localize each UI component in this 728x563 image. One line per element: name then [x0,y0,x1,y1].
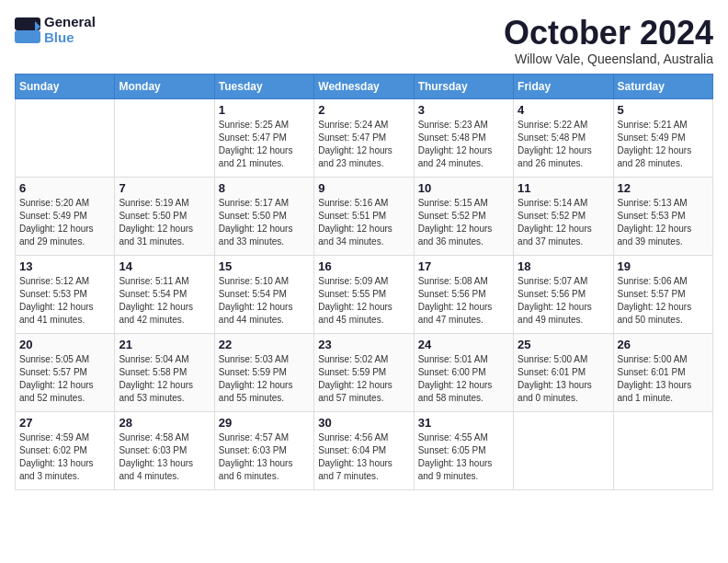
day-number: 18 [518,259,609,273]
calendar-header-tuesday: Tuesday [214,74,313,98]
day-info: Sunrise: 5:12 AMSunset: 5:53 PMDaylight:… [19,275,110,327]
logo: General Blue [15,15,96,45]
day-number: 4 [518,103,609,117]
day-number: 12 [618,181,709,195]
day-number: 13 [19,259,110,273]
calendar-week-row: 1Sunrise: 5:25 AMSunset: 5:47 PMDaylight… [16,98,713,177]
calendar-cell: 10Sunrise: 5:15 AMSunset: 5:52 PMDayligh… [414,177,513,255]
day-info: Sunrise: 5:15 AMSunset: 5:52 PMDaylight:… [418,197,509,248]
day-info: Sunrise: 5:25 AMSunset: 5:47 PMDaylight:… [219,119,310,170]
day-number: 22 [219,338,310,351]
calendar-header-row: SundayMondayTuesdayWednesdayThursdayFrid… [16,74,713,98]
day-number: 29 [219,416,310,430]
calendar-cell: 4Sunrise: 5:22 AMSunset: 5:48 PMDaylight… [514,98,613,177]
day-number: 5 [618,103,709,117]
day-number: 31 [418,416,509,430]
calendar-header-wednesday: Wednesday [314,74,414,98]
calendar-header-monday: Monday [115,74,214,98]
day-info: Sunrise: 4:59 AMSunset: 6:02 PMDaylight:… [19,431,110,483]
calendar-cell: 13Sunrise: 5:12 AMSunset: 5:53 PMDayligh… [16,255,115,333]
calendar-header-saturday: Saturday [613,74,712,98]
day-info: Sunrise: 5:14 AMSunset: 5:52 PMDaylight:… [518,197,609,248]
calendar-cell: 19Sunrise: 5:06 AMSunset: 5:57 PMDayligh… [613,255,712,333]
calendar-cell: 30Sunrise: 4:56 AMSunset: 6:04 PMDayligh… [314,411,414,489]
day-info: Sunrise: 5:01 AMSunset: 6:00 PMDaylight:… [418,353,509,405]
calendar-cell: 8Sunrise: 5:17 AMSunset: 5:50 PMDaylight… [214,177,313,255]
day-number: 14 [119,259,210,273]
day-number: 2 [318,103,409,117]
calendar-cell: 22Sunrise: 5:03 AMSunset: 5:59 PMDayligh… [214,333,313,411]
calendar-cell: 14Sunrise: 5:11 AMSunset: 5:54 PMDayligh… [115,255,214,333]
logo-icon [15,17,40,43]
day-info: Sunrise: 5:02 AMSunset: 5:59 PMDaylight:… [318,353,409,405]
day-number: 23 [318,338,409,351]
day-number: 28 [119,416,210,430]
calendar-cell: 16Sunrise: 5:09 AMSunset: 5:55 PMDayligh… [314,255,414,333]
calendar-cell: 9Sunrise: 5:16 AMSunset: 5:51 PMDaylight… [314,177,414,255]
calendar-cell: 29Sunrise: 4:57 AMSunset: 6:03 PMDayligh… [214,411,313,489]
calendar-week-row: 6Sunrise: 5:20 AMSunset: 5:49 PMDaylight… [16,177,713,255]
day-number: 15 [219,259,310,273]
calendar-cell: 1Sunrise: 5:25 AMSunset: 5:47 PMDaylight… [214,98,313,177]
day-info: Sunrise: 5:04 AMSunset: 5:58 PMDaylight:… [119,353,210,405]
day-number: 30 [318,416,409,430]
page-header: General Blue October 2024 Willow Vale, Q… [15,15,713,66]
day-info: Sunrise: 5:19 AMSunset: 5:50 PMDaylight:… [119,197,210,248]
day-info: Sunrise: 5:21 AMSunset: 5:49 PMDaylight:… [618,119,709,170]
day-number: 17 [418,259,509,273]
day-number: 16 [318,259,409,273]
calendar-week-row: 20Sunrise: 5:05 AMSunset: 5:57 PMDayligh… [16,333,713,411]
day-info: Sunrise: 5:09 AMSunset: 5:55 PMDaylight:… [318,275,409,327]
calendar-header-thursday: Thursday [414,74,513,98]
calendar-header-friday: Friday [514,74,613,98]
calendar-cell: 12Sunrise: 5:13 AMSunset: 5:53 PMDayligh… [613,177,712,255]
day-number: 24 [418,338,509,351]
calendar-cell [16,98,115,177]
day-info: Sunrise: 4:58 AMSunset: 6:03 PMDaylight:… [119,431,210,483]
day-number: 1 [219,103,310,117]
calendar-header-sunday: Sunday [16,74,115,98]
day-number: 10 [418,181,509,195]
calendar-cell: 31Sunrise: 4:55 AMSunset: 6:05 PMDayligh… [414,411,513,489]
day-info: Sunrise: 5:23 AMSunset: 5:48 PMDaylight:… [418,119,509,170]
day-info: Sunrise: 4:57 AMSunset: 6:03 PMDaylight:… [219,431,310,483]
calendar-cell: 27Sunrise: 4:59 AMSunset: 6:02 PMDayligh… [16,411,115,489]
day-info: Sunrise: 5:20 AMSunset: 5:49 PMDaylight:… [19,197,110,248]
calendar-cell: 20Sunrise: 5:05 AMSunset: 5:57 PMDayligh… [16,333,115,411]
logo-text-blue: Blue [44,30,96,46]
day-info: Sunrise: 4:55 AMSunset: 6:05 PMDaylight:… [418,431,509,483]
day-info: Sunrise: 5:24 AMSunset: 5:47 PMDaylight:… [318,119,409,170]
day-info: Sunrise: 5:16 AMSunset: 5:51 PMDaylight:… [318,197,409,248]
calendar-cell: 5Sunrise: 5:21 AMSunset: 5:49 PMDaylight… [613,98,712,177]
calendar-cell: 15Sunrise: 5:10 AMSunset: 5:54 PMDayligh… [214,255,313,333]
calendar-cell: 26Sunrise: 5:00 AMSunset: 6:01 PMDayligh… [613,333,712,411]
day-number: 19 [618,259,709,273]
day-info: Sunrise: 5:10 AMSunset: 5:54 PMDaylight:… [219,275,310,327]
calendar-week-row: 27Sunrise: 4:59 AMSunset: 6:02 PMDayligh… [16,411,713,489]
month-title: October 2024 [504,15,713,52]
calendar-cell: 7Sunrise: 5:19 AMSunset: 5:50 PMDaylight… [115,177,214,255]
day-info: Sunrise: 5:07 AMSunset: 5:56 PMDaylight:… [518,275,609,327]
calendar-week-row: 13Sunrise: 5:12 AMSunset: 5:53 PMDayligh… [16,255,713,333]
day-info: Sunrise: 4:56 AMSunset: 6:04 PMDaylight:… [318,431,409,483]
day-number: 20 [19,338,110,351]
day-info: Sunrise: 5:03 AMSunset: 5:59 PMDaylight:… [219,353,310,405]
location-subtitle: Willow Vale, Queensland, Australia [504,52,713,66]
day-info: Sunrise: 5:13 AMSunset: 5:53 PMDaylight:… [618,197,709,248]
day-info: Sunrise: 5:22 AMSunset: 5:48 PMDaylight:… [518,119,609,170]
day-number: 3 [418,103,509,117]
calendar-cell: 11Sunrise: 5:14 AMSunset: 5:52 PMDayligh… [514,177,613,255]
calendar-cell: 28Sunrise: 4:58 AMSunset: 6:03 PMDayligh… [115,411,214,489]
day-number: 26 [618,338,709,351]
calendar-cell [115,98,214,177]
calendar-cell: 25Sunrise: 5:00 AMSunset: 6:01 PMDayligh… [514,333,613,411]
day-info: Sunrise: 5:06 AMSunset: 5:57 PMDaylight:… [618,275,709,327]
day-info: Sunrise: 5:00 AMSunset: 6:01 PMDaylight:… [518,353,609,405]
day-number: 7 [119,181,210,195]
calendar-cell: 6Sunrise: 5:20 AMSunset: 5:49 PMDaylight… [16,177,115,255]
calendar-cell: 2Sunrise: 5:24 AMSunset: 5:47 PMDaylight… [314,98,414,177]
day-number: 8 [219,181,310,195]
calendar-cell: 24Sunrise: 5:01 AMSunset: 6:00 PMDayligh… [414,333,513,411]
calendar-cell: 17Sunrise: 5:08 AMSunset: 5:56 PMDayligh… [414,255,513,333]
day-number: 25 [518,338,609,351]
